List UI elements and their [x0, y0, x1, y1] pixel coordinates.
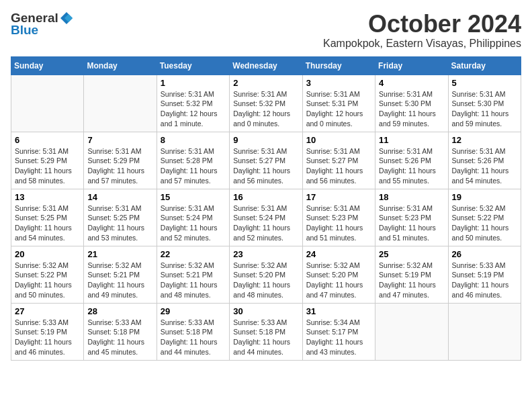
day-number: 16	[233, 192, 298, 202]
day-info: Sunrise: 5:34 AMSunset: 5:17 PMDaylight:…	[306, 318, 371, 357]
calendar-cell: 1Sunrise: 5:31 AMSunset: 5:32 PMDaylight…	[157, 75, 229, 132]
calendar-cell: 29Sunrise: 5:33 AMSunset: 5:18 PMDayligh…	[157, 303, 229, 360]
day-number: 18	[379, 192, 444, 202]
day-number: 22	[161, 249, 226, 259]
calendar-cell: 22Sunrise: 5:32 AMSunset: 5:21 PMDayligh…	[157, 246, 229, 303]
day-number: 11	[379, 135, 444, 145]
week-row-4: 20Sunrise: 5:32 AMSunset: 5:22 PMDayligh…	[11, 246, 521, 303]
calendar: SundayMondayTuesdayWednesdayThursdayFrid…	[11, 56, 521, 361]
calendar-cell: 27Sunrise: 5:33 AMSunset: 5:19 PMDayligh…	[11, 303, 84, 360]
title-area: October 2024 Kampokpok, Eastern Visayas,…	[323, 11, 521, 50]
week-row-1: 1Sunrise: 5:31 AMSunset: 5:32 PMDaylight…	[11, 75, 521, 132]
calendar-cell: 3Sunrise: 5:31 AMSunset: 5:31 PMDaylight…	[302, 75, 375, 132]
day-info: Sunrise: 5:31 AMSunset: 5:23 PMDaylight:…	[379, 203, 444, 243]
day-info: Sunrise: 5:31 AMSunset: 5:29 PMDaylight:…	[87, 146, 152, 186]
day-info: Sunrise: 5:32 AMSunset: 5:20 PMDaylight:…	[233, 261, 298, 300]
day-info: Sunrise: 5:32 AMSunset: 5:21 PMDaylight:…	[87, 261, 152, 300]
header-row: SundayMondayTuesdayWednesdayThursdayFrid…	[11, 56, 521, 75]
calendar-cell: 16Sunrise: 5:31 AMSunset: 5:24 PMDayligh…	[230, 189, 302, 246]
calendar-cell: 21Sunrise: 5:32 AMSunset: 5:21 PMDayligh…	[84, 246, 157, 303]
day-number: 31	[306, 306, 371, 316]
day-info: Sunrise: 5:33 AMSunset: 5:18 PMDaylight:…	[233, 318, 298, 357]
calendar-cell	[11, 75, 84, 132]
calendar-cell: 28Sunrise: 5:33 AMSunset: 5:18 PMDayligh…	[84, 303, 157, 360]
day-info: Sunrise: 5:32 AMSunset: 5:22 PMDaylight:…	[15, 261, 80, 300]
calendar-cell: 11Sunrise: 5:31 AMSunset: 5:26 PMDayligh…	[375, 132, 448, 189]
day-number: 28	[87, 306, 152, 316]
calendar-cell: 15Sunrise: 5:31 AMSunset: 5:24 PMDayligh…	[157, 189, 229, 246]
day-number: 24	[306, 249, 371, 259]
day-info: Sunrise: 5:31 AMSunset: 5:30 PMDaylight:…	[452, 89, 517, 129]
week-row-5: 27Sunrise: 5:33 AMSunset: 5:19 PMDayligh…	[11, 303, 521, 360]
month-title: October 2024	[323, 11, 521, 38]
day-number: 9	[233, 135, 298, 145]
calendar-cell: 8Sunrise: 5:31 AMSunset: 5:28 PMDaylight…	[157, 132, 229, 189]
day-info: Sunrise: 5:32 AMSunset: 5:19 PMDaylight:…	[379, 261, 444, 300]
calendar-cell: 30Sunrise: 5:33 AMSunset: 5:18 PMDayligh…	[230, 303, 302, 360]
day-info: Sunrise: 5:33 AMSunset: 5:18 PMDaylight:…	[161, 318, 226, 357]
column-header-tuesday: Tuesday	[157, 56, 229, 75]
day-info: Sunrise: 5:31 AMSunset: 5:25 PMDaylight:…	[87, 203, 152, 243]
logo-blue: Blue	[11, 23, 38, 38]
calendar-cell: 23Sunrise: 5:32 AMSunset: 5:20 PMDayligh…	[230, 246, 302, 303]
day-info: Sunrise: 5:32 AMSunset: 5:21 PMDaylight:…	[161, 261, 226, 300]
calendar-cell: 24Sunrise: 5:32 AMSunset: 5:20 PMDayligh…	[302, 246, 375, 303]
column-header-saturday: Saturday	[448, 56, 521, 75]
day-number: 7	[87, 135, 152, 145]
logo: General Blue	[11, 11, 75, 38]
day-number: 27	[15, 306, 80, 316]
day-info: Sunrise: 5:31 AMSunset: 5:32 PMDaylight:…	[161, 89, 226, 129]
day-info: Sunrise: 5:31 AMSunset: 5:24 PMDaylight:…	[233, 203, 298, 243]
day-info: Sunrise: 5:33 AMSunset: 5:19 PMDaylight:…	[15, 318, 80, 357]
week-row-2: 6Sunrise: 5:31 AMSunset: 5:29 PMDaylight…	[11, 132, 521, 189]
column-header-monday: Monday	[84, 56, 157, 75]
day-number: 30	[233, 306, 298, 316]
day-number: 14	[87, 192, 152, 202]
calendar-cell: 20Sunrise: 5:32 AMSunset: 5:22 PMDayligh…	[11, 246, 84, 303]
day-number: 23	[233, 249, 298, 259]
column-header-sunday: Sunday	[11, 56, 84, 75]
day-info: Sunrise: 5:31 AMSunset: 5:30 PMDaylight:…	[379, 89, 444, 129]
day-number: 26	[452, 249, 517, 259]
calendar-cell: 9Sunrise: 5:31 AMSunset: 5:27 PMDaylight…	[230, 132, 302, 189]
day-number: 17	[306, 192, 371, 202]
day-number: 21	[87, 249, 152, 259]
calendar-cell: 13Sunrise: 5:31 AMSunset: 5:25 PMDayligh…	[11, 189, 84, 246]
column-header-friday: Friday	[375, 56, 448, 75]
day-number: 29	[161, 306, 226, 316]
day-number: 2	[233, 78, 298, 88]
day-number: 19	[452, 192, 517, 202]
calendar-cell	[448, 303, 521, 360]
calendar-cell: 2Sunrise: 5:31 AMSunset: 5:32 PMDaylight…	[230, 75, 302, 132]
calendar-cell: 17Sunrise: 5:31 AMSunset: 5:23 PMDayligh…	[302, 189, 375, 246]
day-number: 1	[161, 78, 226, 88]
calendar-cell: 4Sunrise: 5:31 AMSunset: 5:30 PMDaylight…	[375, 75, 448, 132]
day-info: Sunrise: 5:33 AMSunset: 5:18 PMDaylight:…	[87, 318, 152, 357]
day-info: Sunrise: 5:31 AMSunset: 5:27 PMDaylight:…	[233, 146, 298, 186]
day-info: Sunrise: 5:31 AMSunset: 5:27 PMDaylight:…	[306, 146, 371, 186]
day-info: Sunrise: 5:31 AMSunset: 5:23 PMDaylight:…	[306, 203, 371, 243]
calendar-cell: 5Sunrise: 5:31 AMSunset: 5:30 PMDaylight…	[448, 75, 521, 132]
week-row-3: 13Sunrise: 5:31 AMSunset: 5:25 PMDayligh…	[11, 189, 521, 246]
day-number: 20	[15, 249, 80, 259]
day-info: Sunrise: 5:31 AMSunset: 5:31 PMDaylight:…	[306, 89, 371, 129]
day-info: Sunrise: 5:31 AMSunset: 5:26 PMDaylight:…	[379, 146, 444, 186]
header: General Blue October 2024 Kampokpok, Eas…	[11, 11, 521, 50]
day-info: Sunrise: 5:31 AMSunset: 5:24 PMDaylight:…	[161, 203, 226, 243]
location-title: Kampokpok, Eastern Visayas, Philippines	[323, 38, 521, 50]
day-info: Sunrise: 5:33 AMSunset: 5:19 PMDaylight:…	[452, 261, 517, 300]
calendar-cell: 18Sunrise: 5:31 AMSunset: 5:23 PMDayligh…	[375, 189, 448, 246]
day-number: 4	[379, 78, 444, 88]
day-number: 5	[452, 78, 517, 88]
calendar-cell	[84, 75, 157, 132]
calendar-cell: 12Sunrise: 5:31 AMSunset: 5:26 PMDayligh…	[448, 132, 521, 189]
calendar-cell: 25Sunrise: 5:32 AMSunset: 5:19 PMDayligh…	[375, 246, 448, 303]
calendar-cell: 26Sunrise: 5:33 AMSunset: 5:19 PMDayligh…	[448, 246, 521, 303]
column-header-thursday: Thursday	[302, 56, 375, 75]
day-number: 3	[306, 78, 371, 88]
calendar-cell: 19Sunrise: 5:32 AMSunset: 5:22 PMDayligh…	[448, 189, 521, 246]
calendar-cell	[375, 303, 448, 360]
day-info: Sunrise: 5:31 AMSunset: 5:26 PMDaylight:…	[452, 146, 517, 186]
day-info: Sunrise: 5:31 AMSunset: 5:25 PMDaylight:…	[15, 203, 80, 243]
day-number: 25	[379, 249, 444, 259]
